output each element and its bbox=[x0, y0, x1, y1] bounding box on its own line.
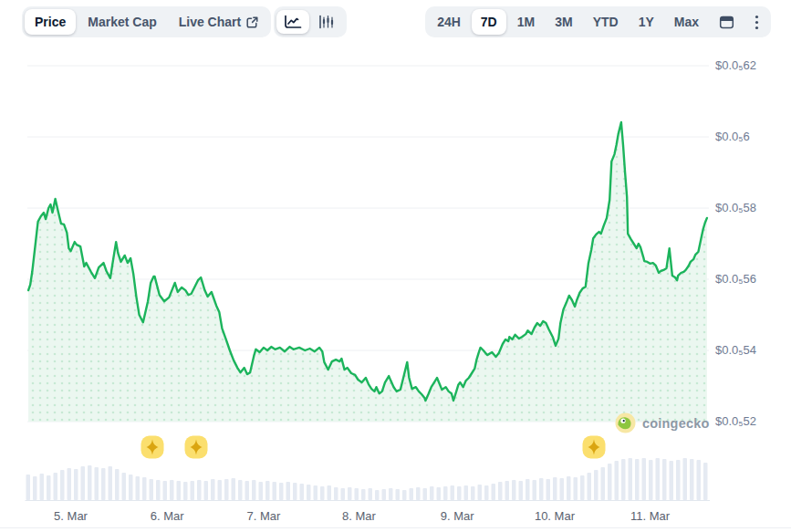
volume-bar bbox=[191, 481, 195, 500]
volume-bar bbox=[163, 481, 168, 500]
x-axis-label: 8. Mar bbox=[342, 509, 376, 523]
volume-bar bbox=[676, 460, 681, 500]
volume-bar bbox=[74, 469, 78, 500]
volume-bar bbox=[334, 487, 338, 500]
sparkle-annotation-icon[interactable] bbox=[582, 435, 606, 459]
volume-bar bbox=[238, 480, 243, 500]
volume-bar bbox=[574, 477, 578, 500]
volume-bar bbox=[265, 481, 270, 500]
volume-bar bbox=[33, 476, 37, 500]
volume-bar bbox=[252, 480, 256, 500]
volume-bar bbox=[533, 480, 537, 500]
coingecko-logo-icon bbox=[615, 412, 636, 433]
volume-bar bbox=[539, 478, 544, 500]
volume-bar bbox=[95, 467, 99, 500]
volume-bar bbox=[492, 484, 496, 500]
volume-bar bbox=[546, 479, 551, 500]
volume-bar bbox=[40, 474, 45, 500]
volume-bar bbox=[361, 489, 366, 500]
volume-bar bbox=[122, 473, 127, 500]
sparkle-annotation-icon[interactable] bbox=[141, 435, 164, 459]
volume-bar bbox=[307, 485, 311, 500]
volume-bar bbox=[451, 485, 455, 500]
y-axis-label: $0.0₅6 bbox=[715, 130, 750, 143]
volume-bar bbox=[293, 483, 297, 500]
bottom-divider bbox=[0, 527, 791, 528]
y-axis-label: $0.0₅54 bbox=[715, 343, 756, 357]
volume-bar bbox=[115, 469, 120, 500]
volume-bar bbox=[690, 459, 694, 500]
volume-bar bbox=[279, 483, 284, 500]
volume-bar bbox=[382, 489, 387, 500]
volume-bar bbox=[150, 479, 154, 500]
volume-bar bbox=[88, 465, 92, 500]
volume-bar bbox=[142, 477, 147, 500]
volume-bar bbox=[183, 482, 188, 500]
volume-bar bbox=[375, 490, 380, 500]
volume-bar bbox=[341, 488, 346, 500]
coingecko-watermark: coingecko bbox=[615, 412, 710, 433]
volume-bar bbox=[478, 485, 483, 500]
volume-bar bbox=[136, 476, 141, 500]
x-axis-label: 9. Mar bbox=[441, 509, 474, 523]
volume-bar bbox=[259, 482, 264, 500]
volume-bar bbox=[218, 480, 223, 500]
volume-bar bbox=[662, 459, 667, 500]
volume-bar bbox=[443, 486, 448, 500]
volume-bar bbox=[26, 475, 31, 500]
volume-bar bbox=[197, 480, 202, 500]
volume-bar bbox=[588, 473, 592, 500]
y-axis-label: $0.0₅56 bbox=[715, 272, 756, 286]
volume-bar bbox=[156, 480, 161, 500]
y-axis-label: $0.0₅62 bbox=[715, 58, 756, 72]
volume-bar bbox=[60, 470, 65, 500]
volume-bar bbox=[348, 487, 352, 500]
volume-bar bbox=[471, 486, 475, 500]
volume-bar bbox=[81, 466, 86, 500]
volume-bar bbox=[567, 476, 571, 500]
volume-bar bbox=[109, 466, 113, 500]
volume-bar bbox=[505, 481, 510, 500]
volume-bar bbox=[389, 488, 393, 500]
y-axis-label: $0.0₅58 bbox=[715, 201, 756, 214]
volume-bar bbox=[512, 480, 516, 500]
volume-bar bbox=[402, 490, 407, 500]
volume-bar bbox=[703, 463, 708, 500]
price-chart[interactable] bbox=[0, 0, 791, 532]
y-axis-label: $0.0₅52 bbox=[715, 414, 756, 428]
price-area-dots bbox=[28, 122, 707, 422]
volume-bar bbox=[320, 486, 325, 500]
volume-bar bbox=[328, 485, 332, 500]
volume-bar bbox=[601, 467, 606, 500]
volume-bar bbox=[47, 475, 51, 500]
volume-bar bbox=[457, 486, 462, 500]
volume-bar bbox=[629, 458, 633, 500]
volume-bar bbox=[697, 460, 702, 500]
volume-bar bbox=[437, 487, 442, 500]
x-axis-label: 11. Mar bbox=[630, 509, 670, 523]
volume-bar bbox=[553, 477, 557, 500]
volume-bar bbox=[101, 468, 106, 500]
volume-bar bbox=[54, 473, 58, 500]
volume-bar bbox=[608, 464, 612, 500]
x-axis-label: 5. Mar bbox=[54, 509, 88, 523]
x-axis-label: 10. Mar bbox=[535, 509, 575, 523]
volume-bar bbox=[635, 459, 640, 500]
volume-bar bbox=[245, 481, 250, 500]
volume-bar bbox=[369, 488, 373, 500]
volume-bar bbox=[410, 488, 414, 500]
volume-bar bbox=[649, 460, 653, 500]
watermark-text: coingecko bbox=[642, 416, 710, 431]
x-axis-label: 6. Mar bbox=[151, 509, 184, 523]
volume-bar bbox=[656, 458, 661, 500]
volume-bar bbox=[355, 488, 359, 500]
price-series bbox=[28, 122, 707, 422]
sparkle-annotation-icon[interactable] bbox=[184, 435, 208, 459]
volume-bar bbox=[621, 459, 626, 500]
volume-bar bbox=[129, 475, 133, 500]
volume-bar bbox=[670, 461, 674, 500]
volume-bar bbox=[464, 485, 469, 500]
volume-bar bbox=[170, 480, 174, 500]
volume-bar bbox=[300, 484, 305, 500]
volume-bar bbox=[560, 478, 565, 500]
